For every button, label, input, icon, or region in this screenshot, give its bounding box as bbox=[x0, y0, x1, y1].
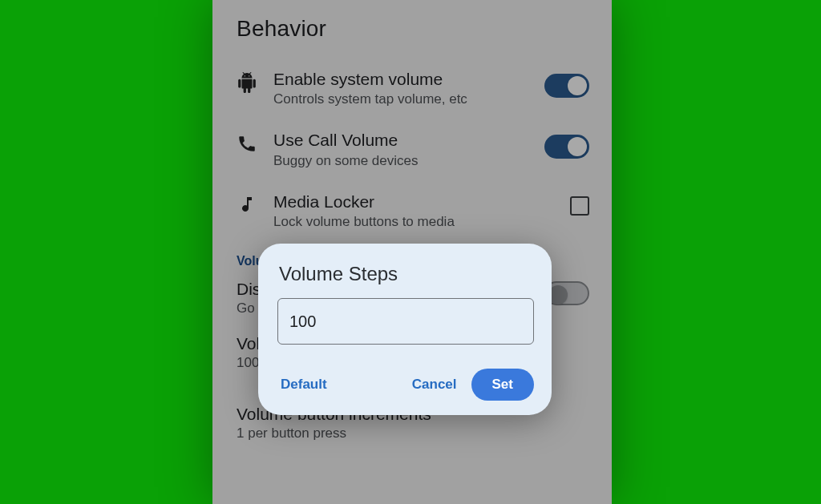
android-icon bbox=[235, 72, 259, 93]
phone-icon bbox=[235, 133, 259, 154]
setting-subtitle: Controls system tap volume, etc bbox=[273, 91, 524, 107]
toggle-use-call-volume[interactable] bbox=[544, 135, 589, 159]
setting-title: Enable system volume bbox=[273, 69, 524, 90]
setting-title: Use Call Volume bbox=[273, 130, 524, 151]
checkbox-media-locker[interactable] bbox=[570, 196, 589, 216]
setting-subtitle: Lock volume buttons to media bbox=[273, 214, 524, 230]
set-button[interactable]: Set bbox=[471, 369, 534, 401]
setting-subtitle: 1 per button press bbox=[237, 425, 589, 442]
setting-title: Media Locker bbox=[273, 192, 524, 212]
toggle-enable-system-volume[interactable] bbox=[544, 74, 589, 98]
setting-subtitle: Buggy on some devices bbox=[273, 153, 524, 169]
setting-row-use-call-volume[interactable]: Use Call Volume Buggy on some devices bbox=[235, 125, 589, 186]
setting-row-enable-system-volume[interactable]: Enable system volume Controls system tap… bbox=[235, 64, 589, 125]
volume-steps-input[interactable] bbox=[277, 298, 534, 345]
cancel-button[interactable]: Cancel bbox=[404, 370, 465, 399]
default-button[interactable]: Default bbox=[277, 370, 330, 399]
section-title: Behavior bbox=[237, 16, 589, 42]
music-note-icon bbox=[235, 195, 259, 214]
dialog-title: Volume Steps bbox=[279, 263, 534, 285]
setting-row-media-locker[interactable]: Media Locker Lock volume buttons to medi… bbox=[235, 187, 589, 248]
dialog-volume-steps: Volume Steps Default Cancel Set bbox=[258, 244, 552, 415]
